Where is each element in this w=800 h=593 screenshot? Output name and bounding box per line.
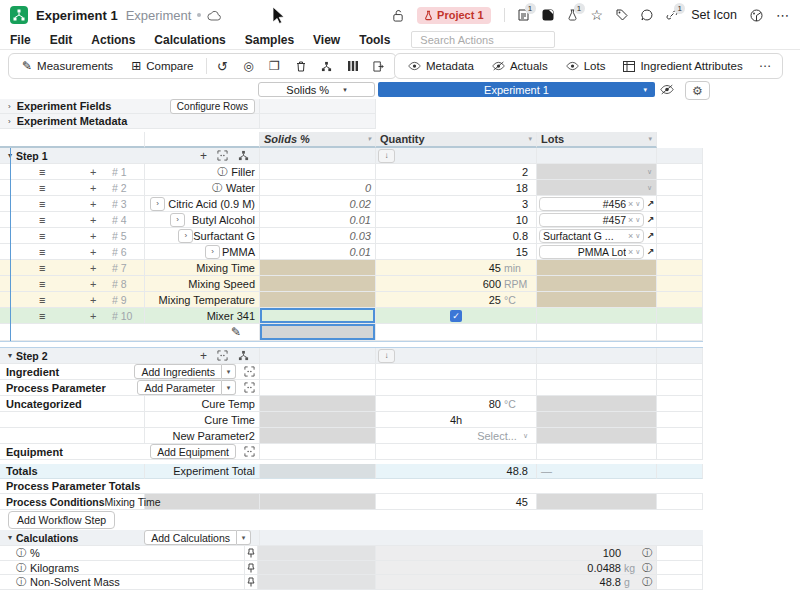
drag-handle-icon[interactable]: ≡ [39,214,52,226]
measurements-button[interactable]: ✎ Measurements [13,54,122,78]
target-icon[interactable]: ◎ [236,54,262,78]
set-icon-button[interactable]: Set Icon [691,8,737,22]
project-badge[interactable]: Project 1 [417,7,490,24]
info-icon[interactable]: ⓘ [16,575,26,589]
external-link-icon[interactable]: ↗ [646,231,654,241]
solids-cell[interactable]: 0.02 [260,196,376,212]
compare-button[interactable]: ⊞ Compare [122,54,202,78]
row-handle-cell[interactable]: ≡+# 7 [0,260,145,276]
solids-cell-selected[interactable] [260,324,376,341]
add-equipment-button[interactable]: Add Equipment [150,444,236,459]
more-options-icon[interactable]: ⋯ [776,8,790,23]
drag-handle-icon[interactable]: ≡ [39,294,52,306]
ingredient-name-cell[interactable]: ›PMMA [145,244,260,260]
equipment-checkbox-cell[interactable]: ✓ [376,308,537,324]
drag-handle-icon[interactable]: ≡ [39,246,52,258]
ingredient-name-cell[interactable]: ⓘWater [145,180,260,196]
row-handle-cell[interactable]: ≡+# 8 [0,276,145,292]
tree-icon[interactable] [238,350,249,361]
solids-cell-selected[interactable] [260,308,376,324]
add-calculations-dropdown[interactable]: ▾ [237,530,251,545]
pin-cell[interactable] [245,546,258,561]
hide-column-icon[interactable] [660,84,674,95]
process-name-cell[interactable]: Mixing Time [145,260,260,276]
parameter-value-cell[interactable]: 80°C [376,396,537,412]
pencil-icon[interactable]: ✎ [231,325,241,339]
row-handle-cell[interactable]: ≡+# 2 [0,180,145,196]
toolbar-more-icon[interactable]: ⋯ [752,54,778,78]
lots-toggle[interactable]: Lots [557,54,615,78]
lot-cell[interactable]: Surfactant G ...×∨ ↗ [537,228,657,244]
step2-toggle[interactable]: ▾ Step 2 + [0,348,260,364]
add-row-icon[interactable]: + [200,349,207,363]
experiment-fields-toggle[interactable]: › Experiment Fields Configure Rows [0,99,260,114]
expand-row-icon[interactable]: › [170,213,185,227]
metadata-toggle[interactable]: Metadata [399,54,483,78]
add-parameter-button[interactable]: Add Parameter [137,380,222,395]
expand-icon[interactable] [217,350,228,361]
columns-icon[interactable] [340,54,366,78]
solids-cell[interactable]: 0 [260,180,376,196]
actuals-toggle[interactable]: Actuals [483,54,557,78]
quantity-cell[interactable]: 15 [376,244,537,260]
ingredient-attributes-toggle[interactable]: Ingredient Attributes [614,54,751,78]
drag-handle-icon[interactable]: ≡ [39,198,52,210]
search-actions-input[interactable]: Search Actions [411,31,555,48]
lot-cell[interactable]: #457×∨ ↗ [537,212,657,228]
solids-cell[interactable]: 0.03 [260,228,376,244]
arrow-down-icon[interactable]: ↓ [378,349,395,363]
pin-icon[interactable] [247,563,255,573]
expand-icon[interactable] [244,382,255,393]
close-icon[interactable]: × [628,215,633,225]
parameter-value-cell[interactable]: 4h [376,412,537,428]
add-workflow-step-button[interactable]: Add Workflow Step [8,511,115,529]
ingredient-name-cell[interactable]: ›Citric Acid (0.9 M) [145,196,260,212]
link-icon[interactable]: 1 [666,9,678,21]
document-icon[interactable]: 1 [518,9,529,21]
menu-actions[interactable]: Actions [91,33,135,47]
configure-rows-button[interactable]: Configure Rows [170,99,255,114]
add-parameter-dropdown[interactable]: ▾ [222,380,236,395]
lot-chip[interactable]: #457×∨ [539,213,644,227]
external-link-icon[interactable]: ↗ [646,215,654,225]
menu-view[interactable]: View [313,33,340,47]
arrow-down-icon[interactable]: ↓ [378,149,395,163]
add-ingredients-button[interactable]: Add Ingredients [134,364,222,379]
row-handle-cell[interactable]: ≡+# 10 [0,308,145,324]
close-icon[interactable]: × [628,231,633,241]
lot-chip[interactable]: #456×∨ [539,197,644,211]
parameter-select-cell[interactable]: Select... ∨ [376,428,537,444]
info-icon[interactable]: ⓘ [642,575,652,589]
solids-column-selector[interactable]: Solids % ▾ [258,82,375,97]
step1-toggle[interactable]: ▾ Step 1 + [0,148,260,164]
flask-icon[interactable]: 1 [567,9,578,21]
parameter-name-cell[interactable]: New Parameter2 [145,428,260,444]
edit-row-cell[interactable]: ✎ [0,324,260,341]
menu-samples[interactable]: Samples [245,33,294,47]
external-link-icon[interactable]: ↗ [646,199,654,209]
add-row-icon[interactable]: + [90,310,100,322]
expand-row-icon[interactable]: › [205,245,220,259]
ingredient-name-cell[interactable]: ›Surfactant G [145,228,260,244]
quantity-cell[interactable]: 18 [376,180,537,196]
tag-icon[interactable] [616,9,628,21]
equipment-name-cell[interactable]: Mixer 341 [145,308,260,324]
column-header-quantity[interactable]: Quantity ▾ [376,132,537,148]
add-row-icon[interactable]: + [90,262,100,274]
expand-icon[interactable] [244,366,255,377]
row-handle-cell[interactable]: ≡+# 1 [0,164,145,180]
parameter-name-cell[interactable]: Cure Time [145,412,260,428]
add-ingredients-dropdown[interactable]: ▾ [222,364,236,379]
lot-cell[interactable] [537,324,657,341]
calculations-toggle[interactable]: ▾ Calculations Add Calculations ▾ [0,530,260,546]
menu-calculations[interactable]: Calculations [154,33,225,47]
star-icon[interactable]: ☆ [591,8,604,22]
info-icon[interactable]: ⓘ [212,181,222,195]
drag-handle-icon[interactable]: ≡ [39,310,52,322]
add-row-icon[interactable]: + [90,182,100,194]
add-row-icon[interactable]: + [90,198,100,210]
lot-chip[interactable]: PMMA Lot×∨ [539,245,644,259]
comment-icon[interactable] [641,9,653,21]
column-header-lots[interactable]: Lots ▾ [537,132,657,148]
menu-file[interactable]: File [10,33,31,47]
